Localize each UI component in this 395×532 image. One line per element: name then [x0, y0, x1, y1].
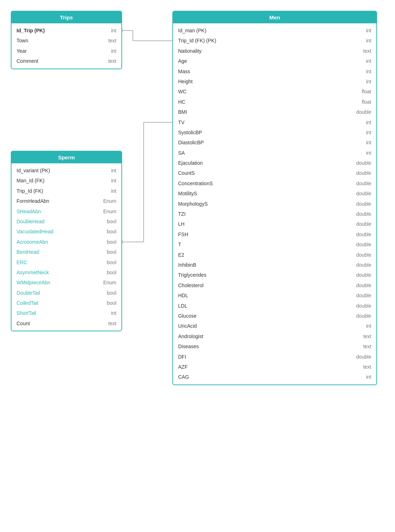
field-type: text — [350, 47, 371, 55]
field-name: CountS — [178, 169, 195, 177]
table-row: ERCbool — [11, 257, 121, 267]
field-name: TV — [178, 118, 185, 126]
table-row: Massint — [173, 66, 376, 76]
field-type: int — [350, 322, 371, 330]
field-name: InhibinB — [178, 261, 196, 269]
table-row: FormHeadAbnEnum — [11, 196, 121, 206]
field-name: Diseases — [178, 342, 199, 350]
field-name: HC — [178, 98, 185, 106]
field-type: int — [350, 27, 371, 34]
field-type: text — [95, 319, 116, 327]
field-name: CAG — [178, 373, 189, 381]
field-type: double — [350, 108, 371, 116]
field-type: double — [350, 230, 371, 238]
field-type: bool — [95, 238, 116, 246]
table-row: HCfloat — [173, 97, 376, 107]
field-name: WMidpieceAbn — [17, 279, 50, 286]
field-name: Id_man (PK) — [178, 27, 206, 34]
field-type: double — [350, 312, 371, 320]
table-row: ShortTailint — [11, 308, 121, 318]
field-type: double — [350, 169, 371, 177]
table-row: AZFtext — [173, 362, 376, 372]
table-row: Heightint — [173, 76, 376, 87]
field-name: LDL — [178, 302, 187, 310]
field-type: double — [350, 302, 371, 310]
table-row: DiastolicBPint — [173, 137, 376, 148]
table-row: Triglyceridesdouble — [173, 270, 376, 280]
field-name: FSH — [178, 230, 188, 238]
table-row: Trip_Id (FK) (PK)int — [173, 36, 376, 46]
field-type: double — [350, 353, 371, 361]
field-name: SA — [178, 149, 185, 157]
table-row: BentHeadbool — [11, 247, 121, 257]
table-row: CountSdouble — [173, 168, 376, 178]
field-name: Ejaculation — [178, 159, 203, 167]
field-type: double — [350, 159, 371, 167]
field-name: Andrologist — [178, 332, 203, 340]
table-row: CAGint — [173, 372, 376, 382]
field-name: TZI — [178, 210, 186, 218]
field-type: double — [350, 190, 371, 197]
table-row: VacuolatedHeadbool — [11, 227, 121, 237]
field-type: int — [95, 187, 116, 195]
field-name: Id_Trip (PK) — [17, 27, 45, 34]
table-row: Towntext — [11, 36, 121, 46]
field-name: HDL — [178, 291, 188, 299]
field-name: DiastolicBP — [178, 139, 204, 146]
field-name: Cholesterol — [178, 281, 204, 289]
field-type: bool — [95, 269, 116, 276]
table-row: TVint — [173, 117, 376, 127]
trips-table-header: Trips — [11, 11, 121, 23]
field-type: int — [95, 177, 116, 185]
field-type: double — [350, 281, 371, 289]
men-table-body: Id_man (PK)intTrip_Id (FK) (PK)intNation… — [173, 23, 376, 384]
field-type: text — [95, 37, 116, 45]
table-row: WMidpieceAbnEnum — [11, 277, 121, 288]
field-name: Trip_Id (FK) (PK) — [178, 37, 216, 45]
table-row: Yearint — [11, 46, 121, 56]
field-name: ERC — [17, 258, 27, 266]
field-type: int — [350, 373, 371, 381]
table-row: Commenttext — [11, 56, 121, 66]
field-type: double — [350, 271, 371, 279]
field-type: Enum — [95, 197, 116, 205]
sperm-table-header: Sperm — [11, 151, 121, 163]
field-name: DoubleHead — [17, 218, 45, 225]
field-name: SHeadAbn — [17, 207, 41, 215]
field-name: T — [178, 241, 181, 248]
table-row: Cholesteroldouble — [173, 280, 376, 290]
field-name: Glucose — [178, 312, 196, 320]
men-title: Men — [269, 14, 280, 20]
field-type: double — [350, 261, 371, 269]
table-row: WCfloat — [173, 87, 376, 97]
field-type: bool — [95, 218, 116, 225]
field-name: Town — [17, 37, 28, 45]
field-name: BMI — [178, 108, 187, 116]
men-table-header: Men — [173, 11, 376, 23]
table-row: AsymmetNeckbool — [11, 267, 121, 277]
field-name: LH — [178, 220, 185, 228]
field-type: float — [350, 98, 371, 106]
sperm-table-body: Id_variant (PK)intMan_Id (FK)intTrip_Id … — [11, 163, 121, 331]
field-type: bool — [95, 248, 116, 256]
table-row: Id_Trip (PK)int — [11, 25, 121, 36]
field-name: AcrosomeAbn — [17, 238, 48, 246]
field-type: int — [350, 37, 371, 45]
trips-table: Trips Id_Trip (PK)intTowntextYearintComm… — [11, 11, 122, 69]
field-type: bool — [95, 258, 116, 266]
field-type: double — [350, 220, 371, 228]
table-row: MotilitySdouble — [173, 188, 376, 199]
table-row: Andrologisttext — [173, 331, 376, 341]
field-type: bool — [95, 289, 116, 297]
field-type: double — [350, 210, 371, 218]
field-name: AsymmetNeck — [17, 269, 49, 276]
table-row: Counttext — [11, 318, 121, 328]
table-row: E2double — [173, 250, 376, 260]
field-type: text — [350, 342, 371, 350]
field-type: int — [350, 78, 371, 85]
field-name: BentHead — [17, 248, 39, 256]
field-type: int — [350, 118, 371, 126]
field-name: E2 — [178, 251, 184, 259]
table-row: LHdouble — [173, 219, 376, 229]
field-name: FormHeadAbn — [17, 197, 49, 205]
